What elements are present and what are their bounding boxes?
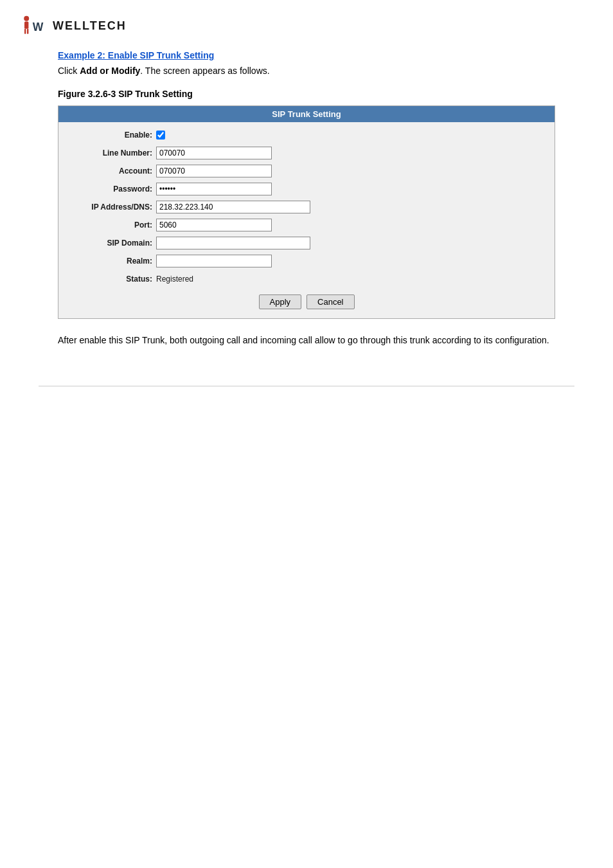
logo-area: W WELLTECH <box>19 13 594 39</box>
svg-rect-4 <box>27 29 28 34</box>
line-number-input[interactable] <box>156 147 272 159</box>
account-row: Account: <box>66 163 547 179</box>
status-row: Status: Registered <box>66 271 547 287</box>
account-input[interactable] <box>156 165 272 177</box>
port-label: Port: <box>66 221 156 230</box>
svg-rect-2 <box>24 22 28 29</box>
cancel-button[interactable]: Cancel <box>306 294 354 309</box>
realm-input[interactable] <box>156 255 272 267</box>
ip-address-input[interactable] <box>156 201 310 213</box>
button-row: Apply Cancel <box>66 294 547 309</box>
example-link[interactable]: Example 2: Enable SIP Trunk Setting <box>58 50 594 60</box>
realm-row: Realm: <box>66 253 547 269</box>
sip-domain-input[interactable] <box>156 237 310 249</box>
intro-text-after: . The screen appears as follows. <box>140 66 269 76</box>
svg-text:W: W <box>33 21 44 33</box>
enable-label: Enable: <box>66 131 156 140</box>
account-label: Account: <box>66 167 156 176</box>
company-logo-icon: W <box>19 13 50 39</box>
sip-form: Enable: Line Number: Account: Password: … <box>58 122 555 318</box>
sip-domain-row: SIP Domain: <box>66 235 547 251</box>
intro-paragraph: Click Add or Modify. The screen appears … <box>58 66 594 76</box>
figure-caption: Figure 3.2.6-3 SIP Trunk Setting <box>58 89 594 99</box>
intro-text-before: Click <box>58 66 80 76</box>
after-text: After enable this SIP Trunk, both outgoi… <box>58 333 555 347</box>
port-row: Port: <box>66 217 547 233</box>
enable-row: Enable: <box>66 127 547 143</box>
sip-trunk-panel: SIP Trunk Setting Enable: Line Number: A… <box>58 105 555 319</box>
svg-point-1 <box>24 16 29 21</box>
intro-bold-text: Add or Modify <box>80 66 140 76</box>
company-name: WELLTECH <box>53 19 127 33</box>
status-value: Registered <box>156 275 193 284</box>
enable-checkbox[interactable] <box>156 131 165 140</box>
sip-domain-label: SIP Domain: <box>66 239 156 248</box>
apply-button[interactable]: Apply <box>259 294 302 309</box>
bottom-divider <box>39 386 574 386</box>
realm-label: Realm: <box>66 257 156 266</box>
ip-address-label: IP Address/DNS: <box>66 203 156 212</box>
line-number-row: Line Number: <box>66 145 547 161</box>
port-input[interactable] <box>156 219 272 231</box>
sip-panel-header: SIP Trunk Setting <box>58 106 555 122</box>
password-row: Password: <box>66 181 547 197</box>
password-label: Password: <box>66 185 156 194</box>
svg-rect-3 <box>24 29 26 34</box>
status-label: Status: <box>66 275 156 284</box>
password-input[interactable] <box>156 183 272 195</box>
ip-address-row: IP Address/DNS: <box>66 199 547 215</box>
line-number-label: Line Number: <box>66 149 156 158</box>
